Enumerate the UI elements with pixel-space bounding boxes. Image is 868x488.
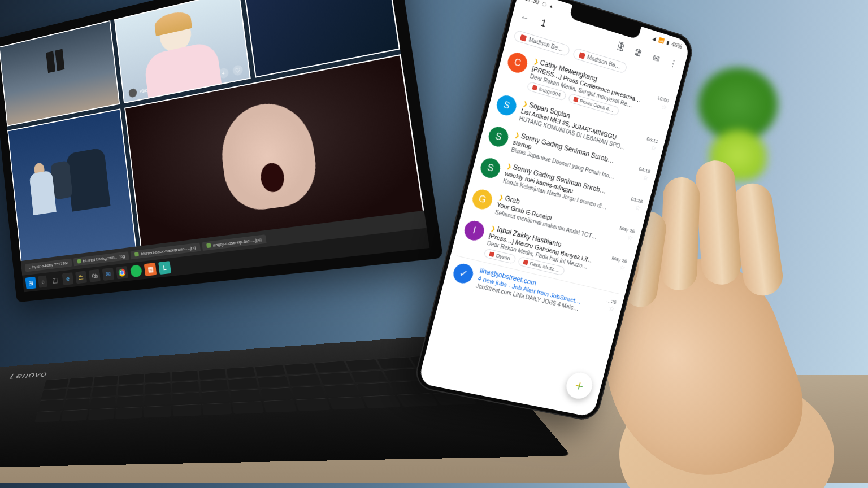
star-icon[interactable]: ☆ — [650, 143, 657, 152]
checkmark-icon[interactable]: ✓ — [452, 262, 475, 285]
archive-icon[interactable]: 🗄 — [614, 40, 628, 54]
file-icon — [489, 251, 494, 257]
status-time: 17:39 — [524, 0, 540, 5]
potted-plant — [693, 68, 783, 181]
notification-icon: ▴ — [549, 3, 553, 9]
sender-avatar: S — [494, 93, 518, 117]
sender-avatar: G — [470, 188, 494, 211]
star-icon[interactable]: ☆ — [642, 173, 649, 182]
gallery-photo-legs[interactable] — [0, 20, 120, 127]
start-button-icon[interactable]: ⊞ — [25, 277, 37, 289]
email-list[interactable]: C ❯Cathy Mewengkang10:00 [PRESS…] Press … — [442, 43, 677, 325]
delete-icon[interactable]: 🗑 — [632, 46, 645, 60]
add-icon[interactable]: + — [218, 67, 229, 79]
important-marker-icon: ❯ — [522, 100, 528, 107]
plus-icon: + — [573, 377, 585, 395]
more-menu-icon[interactable]: ⋮ — [667, 56, 680, 71]
laptop-screen-bezel: Alexander Dummer + ♡ — [0, 0, 443, 302]
edge-icon[interactable]: e — [62, 272, 74, 285]
photo-author-label: Alexander Dummer — [128, 80, 180, 98]
file-icon — [573, 97, 579, 102]
scene-root: Alexander Dummer + ♡ — [0, 0, 868, 488]
attachment-icon — [579, 52, 585, 59]
attachment-icon — [520, 34, 527, 41]
sender-avatar: S — [487, 125, 510, 149]
important-marker-icon: ❯ — [514, 132, 520, 139]
author-name: Alexander Dummer — [140, 81, 180, 94]
important-marker-icon: ❯ — [498, 194, 505, 201]
phone-screen[interactable]: 17:39 ◌ ▴ ◢ 📶 ▮ 46% ← 1 🗄 — [418, 0, 691, 417]
app-icon[interactable]: L — [158, 261, 171, 274]
chrome-icon[interactable] — [116, 266, 128, 279]
store-icon[interactable]: 🛍 — [89, 269, 101, 282]
back-arrow-icon[interactable]: ← — [518, 10, 532, 25]
author-avatar-icon — [128, 88, 137, 98]
star-icon[interactable]: ☆ — [634, 203, 641, 212]
signal-icon: 📶 — [658, 37, 665, 44]
sender-avatar: C — [506, 50, 530, 75]
image-file-icon — [77, 259, 81, 263]
wifi-icon: ◢ — [652, 35, 657, 42]
mail-icon[interactable]: ✉ — [102, 268, 114, 281]
search-icon[interactable]: ⌕ — [38, 276, 47, 288]
sender-avatar: S — [479, 156, 502, 180]
smartphone: 17:39 ◌ ▴ ◢ 📶 ▮ 46% ← 1 🗄 — [412, 0, 696, 422]
laptop-display[interactable]: Alexander Dummer + ♡ — [0, 0, 429, 292]
star-icon[interactable]: ☆ — [626, 233, 633, 242]
battery-icon: ▮ — [666, 40, 670, 46]
spotify-icon[interactable] — [130, 264, 142, 278]
important-marker-icon: ❯ — [506, 163, 513, 170]
image-file-icon — [206, 243, 211, 248]
important-marker-icon: ❯ — [533, 58, 540, 65]
mark-unread-icon[interactable]: ✉ — [649, 51, 662, 65]
app-icon[interactable]: ▦ — [144, 263, 157, 276]
laptop: Alexander Dummer + ♡ — [0, 0, 462, 408]
whatsapp-icon: ◌ — [542, 1, 548, 7]
star-icon[interactable]: ☆ — [608, 304, 615, 313]
heart-icon[interactable]: ♡ — [232, 64, 244, 76]
phone-body: 17:39 ◌ ▴ ◢ 📶 ▮ 46% ← 1 🗄 — [412, 0, 696, 422]
laptop-brand-logo: Lenovo — [8, 370, 48, 381]
gallery-photo-meeting[interactable] — [7, 108, 136, 263]
star-icon[interactable]: ☆ — [619, 263, 626, 272]
star-icon[interactable]: ☆ — [661, 103, 668, 112]
file-icon — [532, 85, 537, 90]
sender-avatar: I — [462, 219, 486, 242]
image-file-icon — [134, 252, 139, 257]
file-icon — [523, 260, 528, 265]
battery-percent: 46% — [671, 41, 683, 50]
address-bar[interactable]: …hy-of-a-baby-759736/ — [25, 258, 72, 272]
file-explorer-icon[interactable]: 🗀 — [75, 271, 87, 284]
task-view-icon[interactable]: ◫ — [49, 274, 60, 287]
selection-count: 1 — [537, 16, 550, 31]
compose-fab[interactable]: + — [563, 371, 595, 401]
important-marker-icon: ❯ — [490, 225, 496, 232]
